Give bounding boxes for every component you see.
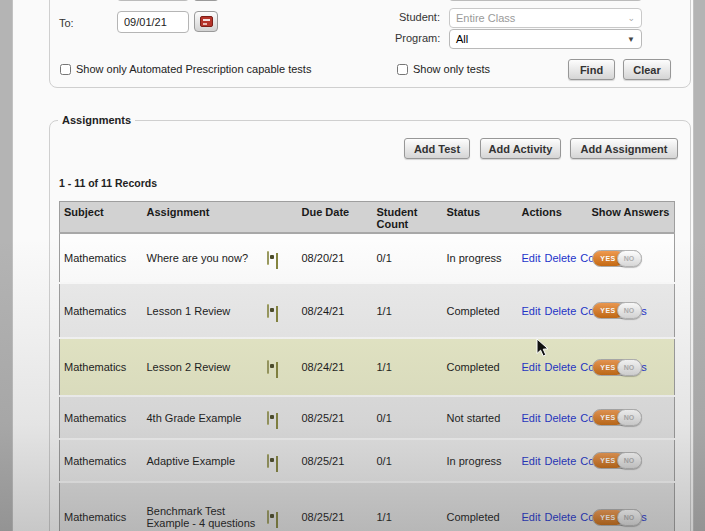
from-date-input-cropped[interactable]	[117, 0, 189, 1]
cell-student-count: 1/1	[373, 482, 443, 531]
calendar-icon	[200, 16, 213, 27]
cell-actions: EditDeleteCopy	[518, 233, 588, 283]
show-answers-toggle[interactable]: YES NO	[592, 302, 642, 319]
cell-assignment: Benchmark Test Example - 4 questions	[143, 482, 263, 531]
cell-status: Completed	[443, 283, 518, 338]
add-activity-button[interactable]: Add Activity	[480, 138, 561, 159]
cell-actions: EditDeleteCopyResults	[518, 338, 588, 396]
toggle-no-label: NO	[617, 409, 642, 426]
cell-actions: EditDeleteCopy	[518, 396, 588, 439]
edit-link[interactable]: Edit	[522, 511, 541, 523]
cell-status: In progress	[443, 233, 518, 283]
to-calendar-button[interactable]	[194, 11, 218, 32]
cell-due-date: 08/25/21	[298, 396, 373, 439]
student-label: Student:	[399, 11, 440, 23]
edit-link[interactable]: Edit	[522, 305, 541, 317]
find-button[interactable]: Find	[568, 59, 615, 80]
test-icon	[267, 411, 269, 425]
table-row: Mathematics Where are you now? 08/20/21 …	[60, 233, 675, 283]
page-background: To: Student: Entire Class ⌄ Program: All…	[12, 0, 694, 531]
col-actions: Actions	[518, 202, 588, 234]
student-dropdown[interactable]: Entire Class ⌄	[449, 8, 642, 28]
add-test-button[interactable]: Add Test	[404, 138, 470, 159]
cell-student-count: 1/1	[373, 338, 443, 396]
cell-due-date: 08/24/21	[298, 338, 373, 396]
show-only-tests-label: Show only tests	[413, 63, 490, 75]
cell-due-date: 08/25/21	[298, 482, 373, 531]
from-calendar-button-cropped[interactable]	[194, 0, 218, 1]
test-icon	[267, 454, 269, 468]
cell-assignment: Lesson 2 Review	[143, 338, 263, 396]
show-only-auto-label: Show only Automated Prescription capable…	[76, 63, 311, 75]
show-answers-toggle[interactable]: YES NO	[592, 509, 642, 526]
col-assignment: Assignment	[143, 202, 263, 234]
edit-link[interactable]: Edit	[522, 455, 541, 467]
cell-student-count: 0/1	[373, 439, 443, 482]
add-assignment-button[interactable]: Add Assignment	[570, 138, 678, 159]
test-icon	[267, 360, 269, 374]
cell-status: Completed	[443, 338, 518, 396]
cell-student-count: 0/1	[373, 233, 443, 283]
show-only-tests-checkbox[interactable]	[397, 64, 408, 75]
to-date-input[interactable]	[117, 11, 189, 33]
cell-student-count: 1/1	[373, 283, 443, 338]
table-row: Mathematics Adaptive Example 08/25/21 0/…	[60, 439, 675, 482]
table-header-row: Subject Assignment Due Date Student Coun…	[60, 202, 675, 234]
assignments-panel: Assignments Add Test Add Activity Add As…	[49, 120, 691, 531]
col-due-date: Due Date	[298, 202, 373, 234]
test-icon	[267, 510, 269, 524]
table-row: Mathematics Lesson 1 Review 08/24/21 1/1…	[60, 283, 675, 338]
table-row: Mathematics Benchmark Test Example - 4 q…	[60, 482, 675, 531]
show-only-auto-checkbox[interactable]	[60, 64, 71, 75]
toggle-no-label: NO	[617, 452, 642, 469]
show-only-tests-checkbox-row: Show only tests	[397, 63, 557, 75]
toggle-no-label: NO	[617, 302, 642, 319]
cell-assignment: Adaptive Example	[143, 439, 263, 482]
table-row: Mathematics 4th Grade Example 08/25/21 0…	[60, 396, 675, 439]
edit-link[interactable]: Edit	[522, 252, 541, 264]
cell-actions: EditDeleteCopyResults	[518, 482, 588, 531]
clear-button[interactable]: Clear	[623, 59, 671, 80]
records-summary: 1 - 11 of 11 Records	[59, 177, 157, 189]
toggle-no-label: NO	[617, 509, 642, 526]
col-subject: Subject	[60, 202, 143, 234]
delete-link[interactable]: Delete	[544, 305, 576, 317]
col-student-count: Student Count	[373, 202, 443, 234]
cell-subject: Mathematics	[60, 233, 143, 283]
to-label: To:	[59, 17, 74, 29]
cell-assignment: 4th Grade Example	[143, 396, 263, 439]
edit-link[interactable]: Edit	[522, 412, 541, 424]
toggle-no-label: NO	[617, 359, 642, 376]
delete-link[interactable]: Delete	[544, 252, 576, 264]
search-filter-panel: To: Student: Entire Class ⌄ Program: All…	[49, 0, 691, 88]
show-answers-toggle[interactable]: YES NO	[592, 409, 642, 426]
delete-link[interactable]: Delete	[544, 511, 576, 523]
cell-due-date: 08/24/21	[298, 283, 373, 338]
toggle-no-label: NO	[617, 250, 642, 267]
grade-dropdown-cropped[interactable]	[449, 0, 642, 1]
cell-subject: Mathematics	[60, 338, 143, 396]
program-label: Program:	[395, 32, 440, 44]
edit-link[interactable]: Edit	[522, 361, 541, 373]
program-dropdown[interactable]: All ▼	[449, 29, 642, 49]
cell-due-date: 08/20/21	[298, 233, 373, 283]
cell-subject: Mathematics	[60, 396, 143, 439]
col-icon	[263, 202, 298, 234]
student-dropdown-value: Entire Class	[456, 12, 515, 24]
table-row-highlighted: Mathematics Lesson 2 Review 08/24/21 1/1…	[60, 338, 675, 396]
delete-link[interactable]: Delete	[544, 455, 576, 467]
chevron-down-icon: ▼	[627, 35, 635, 44]
cell-subject: Mathematics	[60, 439, 143, 482]
show-answers-toggle[interactable]: YES NO	[592, 250, 642, 267]
show-answers-toggle[interactable]: YES NO	[592, 452, 642, 469]
cell-student-count: 0/1	[373, 396, 443, 439]
col-show-answers: Show Answers	[588, 202, 675, 234]
chevron-down-icon: ⌄	[627, 13, 635, 23]
delete-link[interactable]: Delete	[544, 412, 576, 424]
show-answers-toggle[interactable]: YES NO	[592, 359, 642, 376]
test-icon	[267, 251, 269, 265]
assignments-legend: Assignments	[58, 114, 135, 126]
cell-subject: Mathematics	[60, 283, 143, 338]
cell-actions: EditDeleteCopyResults	[518, 283, 588, 338]
delete-link[interactable]: Delete	[544, 361, 576, 373]
